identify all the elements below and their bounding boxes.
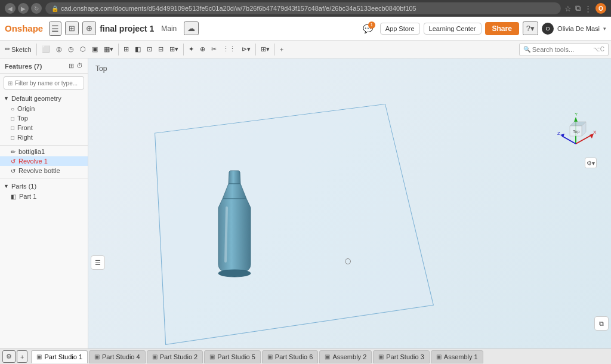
browser-nav-buttons: ◀ ▶ ↻ [5,3,42,14]
toolbar-btn-1[interactable]: ⬜ [39,42,53,57]
toolbar-btn-10[interactable]: ✦ [186,42,196,57]
right-action-button[interactable]: ⧉ [594,316,609,331]
sidebar-filter-input[interactable] [15,80,80,87]
user-dropdown-arrow[interactable]: ▾ [603,26,606,32]
toolbar-btn-7[interactable]: ◧ [132,42,143,57]
tab-icon-6: ▣ [267,353,273,360]
url-text: cad.onshape.com/documents/d54d499109e513… [61,5,416,12]
toolbar-btn-6[interactable]: ⊞ [121,42,131,57]
main-tab[interactable]: Main [158,23,180,34]
viewport-label: Top [95,64,107,73]
default-geometry-header[interactable]: ▼ Default geometry [0,93,88,104]
tab-part-studio-6[interactable]: ▣ Part Studio 6 [262,350,319,363]
tab-add-button[interactable]: + [17,350,27,363]
view-settings-button[interactable]: ⚙▾ [585,158,597,168]
bookmark-icon[interactable]: ☆ [564,4,572,13]
toolbar-btn-4[interactable]: ⬡ [78,42,88,57]
sidebar-item-front[interactable]: □ Front [0,123,88,132]
parts-chevron-icon: ▼ [4,183,9,189]
tab-settings-button[interactable]: ⚙ [2,350,16,363]
toolbar-btn-13[interactable]: ⋮⋮ [220,42,238,57]
search-icon: 🔍 [523,46,530,53]
toolbar-btn-14[interactable]: ⊞▾ [258,42,272,57]
cloud-icon-button[interactable]: ☁ [184,21,199,35]
learning-center-button[interactable]: Learning Center [424,23,482,35]
toolbar-btn-5[interactable]: ▣ [90,42,100,57]
tab-label-4: Part Studio 4 [102,353,140,360]
hamburger-button[interactable]: ☰ [49,21,61,36]
sidebar-item-bottiglia1[interactable]: ✏ bottiglia1 [0,147,88,156]
reload-button[interactable]: ↻ [31,3,42,14]
back-button[interactable]: ◀ [5,3,16,14]
tab-part-studio-2[interactable]: ▣ Part Studio 2 [147,350,203,363]
notification-badge: 1 [368,21,375,29]
help-button[interactable]: ?▾ [523,21,538,35]
tab-assembly-2[interactable]: ▣ Assembly 2 [319,350,372,363]
toolbar-btn-8[interactable]: ⊡ [144,42,155,57]
revolve-bottle-icon: ↺ [11,168,16,174]
toolbar-btn-3[interactable]: ◷ [66,42,76,57]
sidebar-item-origin[interactable]: ○ Origin [0,104,88,113]
viewport[interactable]: Top [88,58,611,348]
tab-controls: ⚙ + [2,350,27,363]
parts-section-header[interactable]: ▼ Parts (1) [0,181,88,192]
sidebar-divider [0,143,88,146]
toolbar-btn-9[interactable]: ⊟ [156,42,166,57]
toolbar-btn-11[interactable]: ⊕ [198,42,208,57]
url-bar[interactable]: 🔒 cad.onshape.com/documents/d54d499109e5… [45,2,561,14]
default-geometry-label: Default geometry [11,95,61,102]
viewport-center-dot [345,258,351,264]
tab-label-a2: Assembly 2 [332,353,366,360]
sidebar-icon-1[interactable]: ⊞ [69,62,74,70]
right-label: Right [17,134,33,141]
sidebar-item-revolve1[interactable]: ↺ Revolve 1 [0,156,88,166]
grid-plane [155,104,434,345]
pencil-icon: ✏ [5,45,10,53]
tab-icon-5: ▣ [209,353,215,360]
sketch-feature-icon: ✏ [11,149,16,155]
chat-button[interactable]: 💬 1 [363,24,373,33]
app-header: Onshape ☰ ⊞ ⊕ final project 1 Main ☁ 💬 1… [0,17,611,41]
app-store-button[interactable]: App Store [380,23,420,35]
search-input[interactable] [532,46,592,53]
logo: Onshape [5,23,43,33]
tab-label-a1: Assembly 1 [444,353,478,360]
toolbar-btn-group-2[interactable]: ⊞▾ [167,42,181,57]
toolbar-btn-group-3[interactable]: ⊳▾ [239,42,253,57]
origin-label: Origin [17,105,35,112]
front-label: Front [17,124,33,131]
tab-label-6: Part Studio 6 [275,353,313,360]
user-name: Olivia De Masi [557,25,600,32]
toolbar-btn-2[interactable]: ◎ [54,42,64,57]
extension-icon[interactable]: ⧉ [575,4,581,13]
chevron-down-icon: ▼ [4,95,9,101]
main-layout: Features (7) ⊞ ⏱ ⊞ ▼ Default geometry ○ … [0,58,611,348]
sidebar-item-top[interactable]: □ Top [0,113,88,123]
user-avatar[interactable]: O [595,3,606,14]
tab-part-studio-1[interactable]: ▣ Part Studio 1 [31,350,88,363]
sidebar-item-right[interactable]: □ Right [0,132,88,142]
svg-text:X: X [593,129,597,135]
menu-icon[interactable]: ⋮ [584,4,592,13]
sketch-button[interactable]: ✏ Sketch [2,42,34,57]
sidebar-item-revolve-bottle[interactable]: ↺ Revolve bottle [0,166,88,175]
tab-label-2: Part Studio 2 [160,353,198,360]
tab-part-studio-5[interactable]: ▣ Part Studio 5 [204,350,261,363]
forward-button[interactable]: ▶ [18,3,29,14]
tab-part-studio-3[interactable]: ▣ Part Studio 3 [373,350,430,363]
grid-icon-button[interactable]: ⊞ [65,21,79,35]
toolbar-btn-12[interactable]: ✂ [209,42,219,57]
add-icon-button[interactable]: ⊕ [82,21,96,35]
sidebar-header-icons: ⊞ ⏱ [69,62,83,70]
toolbar-search: 🔍 ⌥C [519,43,609,56]
sidebar-icon-2[interactable]: ⏱ [76,62,83,70]
toolbar-btn-group-1[interactable]: ▦▾ [101,42,116,57]
tab-assembly-1[interactable]: ▣ Assembly 1 [431,350,483,363]
left-panel-toggle[interactable]: ☰ [91,255,105,270]
share-button[interactable]: Share [485,22,519,35]
orient-cube[interactable]: Y X Z Top [555,111,597,153]
sidebar-item-part1[interactable]: ◧ Part 1 [0,192,88,201]
tab-part-studio-4[interactable]: ▣ Part Studio 4 [89,350,146,363]
svg-marker-2 [574,117,578,122]
toolbar-btn-plus[interactable]: + [277,42,286,57]
